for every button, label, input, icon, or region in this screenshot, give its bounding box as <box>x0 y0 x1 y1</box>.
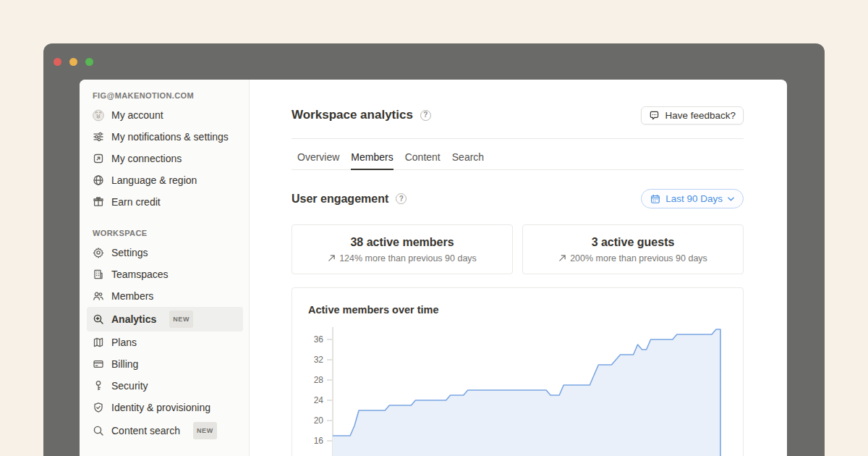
sidebar-item-content-search[interactable]: Content search NEW <box>87 418 243 443</box>
active-members-stat-card: 38 active members 124% more than previou… <box>292 224 513 274</box>
sidebar-item-plans[interactable]: Plans <box>87 332 243 353</box>
sidebar-item-earn-credit[interactable]: Earn credit <box>87 191 243 213</box>
feedback-bubble-icon <box>649 110 660 121</box>
sidebar-item-language-region[interactable]: Language & region <box>87 169 243 191</box>
tab-content[interactable]: Content <box>405 149 441 169</box>
map-icon <box>93 337 104 348</box>
chart-title: Active members over time <box>308 304 727 316</box>
sidebar-item-identity-provisioning[interactable]: Identity & provisioning <box>87 397 243 418</box>
sidebar-item-billing[interactable]: Billing <box>87 353 243 375</box>
main-content: Workspace analytics ? Have feedback? Ove… <box>250 80 787 456</box>
sidebar-item-security[interactable]: Security <box>87 375 243 397</box>
key-icon <box>93 380 104 392</box>
date-range-label: Last 90 Days <box>665 193 723 204</box>
sidebar-item-my-connections[interactable]: My connections <box>87 148 243 169</box>
stat-subtitle: 200% more than previous 90 days <box>570 253 707 263</box>
sidebar-item-notifications-settings[interactable]: My notifications & settings <box>87 126 243 148</box>
svg-text:32: 32 <box>314 355 324 365</box>
sidebar-item-label: Content search <box>111 423 180 438</box>
new-badge: NEW <box>193 422 217 439</box>
credit-card-icon <box>93 358 104 370</box>
active-members-chart-card: Active members over time 162024283236 <box>292 287 744 456</box>
sidebar-item-label: Teamspaces <box>111 267 169 282</box>
new-badge: NEW <box>169 311 193 328</box>
sidebar-item-label: Earn credit <box>111 195 161 209</box>
date-range-button[interactable]: Last 90 Days <box>641 189 744 208</box>
globe-icon <box>93 174 104 186</box>
tab-members[interactable]: Members <box>351 149 393 169</box>
sidebar-item-label: Security <box>111 379 148 393</box>
active-guests-stat-card: 3 active guests 200% more than previous … <box>522 224 744 274</box>
help-icon[interactable]: ? <box>420 110 431 121</box>
svg-text:20: 20 <box>314 415 324 426</box>
sidebar-item-label: My notifications & settings <box>111 130 229 144</box>
sidebar-item-label: Language & region <box>111 173 197 187</box>
sidebar-item-label: My account <box>111 108 163 122</box>
page-title: Workspace analytics <box>292 108 413 122</box>
calendar-icon <box>650 194 660 204</box>
settings-panel: FIG@MAKENOTION.COM My account My notific… <box>80 80 787 456</box>
sidebar-item-teamspaces[interactable]: Teamspaces <box>87 263 243 285</box>
sidebar-item-my-account[interactable]: My account <box>87 104 243 126</box>
magnifier-plus-icon <box>93 313 104 325</box>
svg-text:24: 24 <box>314 395 324 405</box>
arrow-up-right-box-icon <box>93 153 104 164</box>
magnifier-icon <box>93 425 104 436</box>
sidebar-item-label: Plans <box>111 335 137 350</box>
avatar <box>93 109 104 121</box>
user-engagement-heading: User engagement <box>292 193 388 206</box>
chevron-down-icon <box>728 197 734 201</box>
active-members-chart: 162024283236 <box>301 324 744 456</box>
svg-text:16: 16 <box>314 436 324 446</box>
stat-title: 38 active members <box>350 236 454 249</box>
settings-sidebar: FIG@MAKENOTION.COM My account My notific… <box>80 80 250 456</box>
close-button[interactable] <box>54 58 61 66</box>
tab-overview[interactable]: Overview <box>297 149 339 169</box>
app-window: FIG@MAKENOTION.COM My account My notific… <box>43 43 825 456</box>
tab-search[interactable]: Search <box>452 149 484 169</box>
sidebar-item-label: Settings <box>111 245 148 260</box>
analytics-tabs: Overview Members Content Search <box>292 149 744 170</box>
sidebar-item-label: My connections <box>111 151 182 166</box>
stat-title: 3 active guests <box>592 236 675 249</box>
trend-up-icon <box>558 254 566 262</box>
shield-check-icon <box>93 402 104 413</box>
sidebar-item-analytics[interactable]: Analytics NEW <box>87 307 243 332</box>
gear-icon <box>93 247 104 258</box>
sidebar-item-label: Members <box>111 289 153 303</box>
sidebar-item-members[interactable]: Members <box>87 285 243 307</box>
gift-icon <box>93 196 104 208</box>
sidebar-item-settings[interactable]: Settings <box>87 242 243 263</box>
svg-text:36: 36 <box>314 334 324 345</box>
help-icon[interactable]: ? <box>396 193 407 204</box>
window-titlebar <box>43 43 825 80</box>
sliders-icon <box>93 131 104 143</box>
people-icon <box>93 290 104 302</box>
feedback-button-label: Have feedback? <box>665 110 736 121</box>
have-feedback-button[interactable]: Have feedback? <box>641 106 744 124</box>
account-email: FIG@MAKENOTION.COM <box>87 90 243 104</box>
stat-subtitle: 124% more than previous 90 days <box>339 253 477 263</box>
workspace-section-label: WORKSPACE <box>87 227 243 242</box>
header-divider <box>292 138 744 139</box>
svg-text:28: 28 <box>314 375 324 385</box>
building-icon <box>93 269 104 280</box>
sidebar-item-label: Analytics <box>111 312 156 326</box>
zoom-button[interactable] <box>85 58 93 66</box>
sidebar-item-label: Billing <box>111 357 138 371</box>
trend-up-icon <box>328 254 336 262</box>
minimize-button[interactable] <box>69 58 77 66</box>
sidebar-item-label: Identity & provisioning <box>111 400 210 415</box>
